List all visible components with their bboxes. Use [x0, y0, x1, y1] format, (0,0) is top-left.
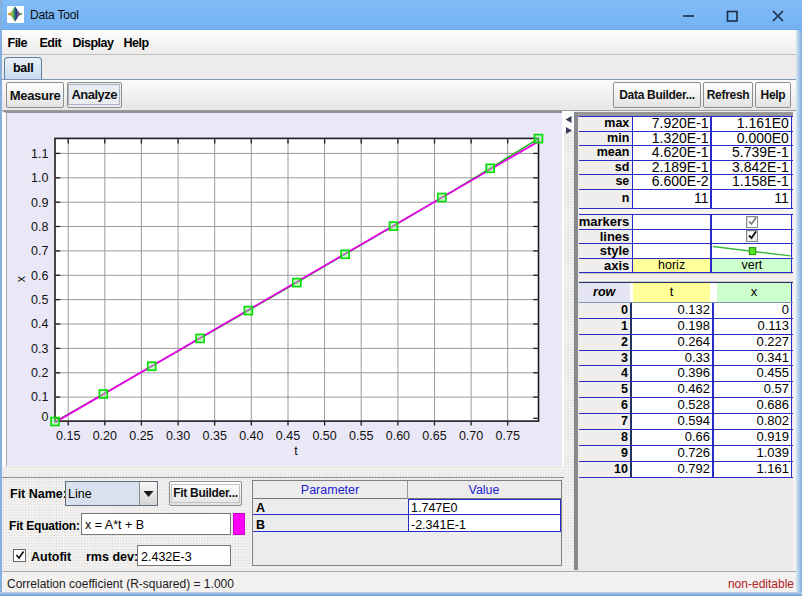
svg-text:0: 0 — [42, 410, 49, 424]
svg-text:t: t — [294, 444, 298, 458]
svg-text:0.20: 0.20 — [93, 429, 117, 443]
svg-text:0.60: 0.60 — [386, 429, 410, 443]
svg-text:0.4: 0.4 — [31, 317, 48, 331]
svg-text:0.70: 0.70 — [459, 429, 483, 443]
svg-text:0.2: 0.2 — [31, 366, 48, 380]
svg-text:0.8: 0.8 — [31, 220, 48, 234]
svg-text:0.55: 0.55 — [349, 429, 373, 443]
svg-text:x: x — [14, 275, 28, 282]
svg-text:0.1: 0.1 — [31, 390, 48, 404]
svg-text:0.6: 0.6 — [31, 269, 48, 283]
svg-text:0.35: 0.35 — [203, 429, 227, 443]
svg-text:0.15: 0.15 — [56, 429, 80, 443]
svg-text:0.50: 0.50 — [312, 429, 336, 443]
svg-text:0.75: 0.75 — [496, 429, 520, 443]
svg-text:0.40: 0.40 — [239, 429, 263, 443]
svg-text:0.65: 0.65 — [422, 429, 446, 443]
svg-text:0.3: 0.3 — [31, 342, 48, 356]
svg-text:0.30: 0.30 — [166, 429, 190, 443]
svg-text:0.5: 0.5 — [31, 293, 48, 307]
svg-text:0.7: 0.7 — [31, 244, 48, 258]
svg-text:1.0: 1.0 — [31, 171, 48, 185]
svg-text:0.9: 0.9 — [31, 196, 48, 210]
svg-text:0.45: 0.45 — [276, 429, 300, 443]
svg-text:1.1: 1.1 — [31, 147, 48, 161]
svg-text:0.25: 0.25 — [129, 429, 153, 443]
